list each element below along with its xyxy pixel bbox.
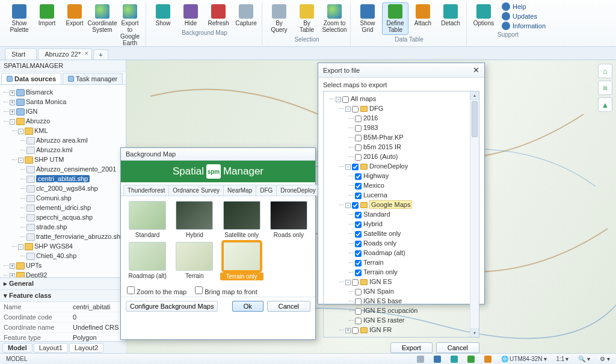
tree-node[interactable]: elementi_idrici.shp [26,203,125,212]
bgmap-tab-nearmap[interactable]: NearMap [223,185,256,196]
export-checkbox[interactable] [355,183,362,190]
layout-tab-model[interactable]: Model [2,343,32,353]
status-crs[interactable]: 🌐 UTM84-32N ▾ [499,356,549,362]
bgmap-thumb-roads-only[interactable]: Roads only [267,201,310,238]
tree-node[interactable]: Abruzzo.kml [26,145,125,155]
export-tree-node[interactable]: Roadmap (alt) [355,248,468,258]
toggle-icon[interactable]: - [18,129,23,134]
bgmap-thumb-satellite-only[interactable]: Satellite only [220,201,263,238]
export-checkbox[interactable] [355,260,362,267]
export-ge-button[interactable]: Export to Google Earth [117,2,143,48]
export-tree-node[interactable]: IGN Spain [355,286,468,296]
scroll-down-icon[interactable]: ▾ [470,329,479,337]
sel-bytable-button[interactable]: By Table [294,2,320,35]
bm-hide-button[interactable]: Hide [177,2,204,28]
toggle-icon[interactable]: + [10,100,15,105]
map-home-icon[interactable]: ⌂ [598,64,612,78]
export-checkbox[interactable] [355,270,362,276]
export-checkbox[interactable] [355,125,362,132]
export-checkbox[interactable] [355,308,362,315]
layout-tab-layout2[interactable]: Layout2 [69,343,103,353]
export-checkbox[interactable] [355,212,362,218]
export-tree-node[interactable]: Terrain [355,258,468,267]
map-layers-icon[interactable]: ≡ [598,81,612,95]
export-tree-node[interactable]: b5m 2015 IR [355,142,468,152]
tree-node[interactable]: -SHP WGS84Chieti_40.shp [18,241,125,261]
export-checkbox[interactable] [355,144,362,151]
close-icon[interactable]: ✕ [473,66,479,75]
export-tree-node[interactable]: Roads only [355,238,468,248]
export-tree-node[interactable]: -DroneDeployHighwayMexicoLucerna [345,161,468,200]
scroll-thumb[interactable] [472,101,478,137]
bgmap-tab-dronedeploy[interactable]: DroneDeploy [276,185,319,196]
export-checkbox[interactable] [342,96,349,103]
configure-bgmaps-button[interactable]: Configure Background Maps [126,301,218,312]
export-tree-node[interactable]: -All maps-DFG20161983B5M-Phar.KPb5m 2015… [336,94,468,335]
dt-attach-button[interactable]: Attach [410,2,436,35]
bgmap-tab-thunderforest[interactable]: Thunderforest [123,185,169,196]
tree-node[interactable]: -SHP UTMAbruzzo_censimento_2001centri_ab… [18,155,125,241]
datasource-tree[interactable]: +Bismarck+Santa Monica+IGN-Abruzzo-KMLAb… [0,85,126,277]
export-checkbox[interactable] [355,135,362,141]
export-tree-node[interactable]: Satellite only [355,229,468,238]
toggle-icon[interactable]: - [345,203,351,208]
coord-sys-button[interactable]: Coordinate System [89,2,116,48]
toggle-icon[interactable]: + [10,110,15,115]
export-tree-node[interactable]: Highway [355,171,468,180]
cancel-button[interactable]: Cancel [267,301,310,312]
bgmap-thumb-hybrid[interactable]: Hybrid [173,201,216,238]
export-checkbox[interactable] [355,298,362,305]
bm-show-button[interactable]: Show [150,2,176,28]
export-tree-node[interactable]: 2016 [355,113,468,123]
sel-zoom-button[interactable]: Zoom to Selection [321,2,348,35]
scrollbar[interactable]: ▴ ▾ [470,91,479,337]
export-checkbox[interactable] [352,106,359,113]
tree-node[interactable]: strade.shp [26,222,125,232]
toggle-icon[interactable]: + [345,328,351,333]
tree-node[interactable]: Abruzzo area.kml [26,135,125,145]
export-checkbox[interactable] [355,116,362,122]
tree-node[interactable]: +Bismarck [10,87,125,97]
doc-tab-abruzzo[interactable]: Abruzzo 22*✕ [38,48,92,60]
panel-tab-taskmgr[interactable]: Task manager [63,73,123,84]
scroll-up-icon[interactable]: ▴ [470,91,479,100]
tree-node[interactable]: +IGN [10,106,125,116]
export-tree-node[interactable]: Terrain only [355,267,468,277]
tree-node[interactable]: +Santa Monica [10,97,125,106]
bgmap-thumb-terrain-only[interactable]: Terrain only [220,242,263,280]
export-tree-node[interactable]: IGN ES raster [355,315,468,325]
opt-zoom-to-map[interactable]: Zoom to the map [127,286,186,295]
tree-node[interactable]: centri_abitati.shp [26,174,125,184]
export-checkbox[interactable] [355,241,362,247]
close-icon[interactable]: ✕ [84,51,89,57]
toggle-icon[interactable]: - [18,158,23,163]
status-settings-icon[interactable]: ⚙ ▾ [597,356,612,362]
import-button[interactable]: Import [34,2,60,48]
dt-detach-button[interactable]: Detach [437,2,464,35]
export-checkbox[interactable] [355,250,362,257]
export-tree-node[interactable]: -DFG20161983B5M-Phar.KPb5m 2015 IR2016 (… [345,103,468,161]
export-tree-node[interactable]: +IGN FR [345,325,468,335]
status-zoom-icon[interactable]: 🔍 ▾ [576,356,593,362]
toggle-icon[interactable]: - [18,244,23,250]
export-tree-node[interactable]: 2016 (Auto) [355,152,468,161]
export-tree-node[interactable]: Standard [355,209,468,219]
toggle-icon[interactable]: + [10,264,15,269]
export-checkbox[interactable] [355,193,362,199]
tree-node[interactable]: clc_2000_wgs84.shp [26,184,125,193]
export-checkbox[interactable] [352,164,359,170]
export-button[interactable]: Export [390,342,433,353]
sp-options-button[interactable]: Options [470,2,497,30]
props-header-general[interactable]: ▸ General [0,278,126,290]
export-tree-node[interactable]: 1983 [355,123,468,132]
tree-node[interactable]: -Abruzzo-KMLAbruzzo area.kmlAbruzzo.kml-… [10,116,125,261]
show-palette-button[interactable]: Show Palette [6,2,32,48]
dialog-title[interactable]: Export to file ✕ [318,63,484,78]
bgmap-thumb-roadmap-alt-[interactable]: Roadmap (alt) [126,242,169,280]
toggle-icon[interactable]: - [10,119,15,125]
export-checkbox[interactable] [352,202,359,209]
doc-tab-start[interactable]: Start [5,48,37,60]
toggle-icon[interactable]: + [10,273,15,277]
info-link[interactable]: Information [502,22,546,30]
toggle-icon[interactable]: - [345,164,351,170]
